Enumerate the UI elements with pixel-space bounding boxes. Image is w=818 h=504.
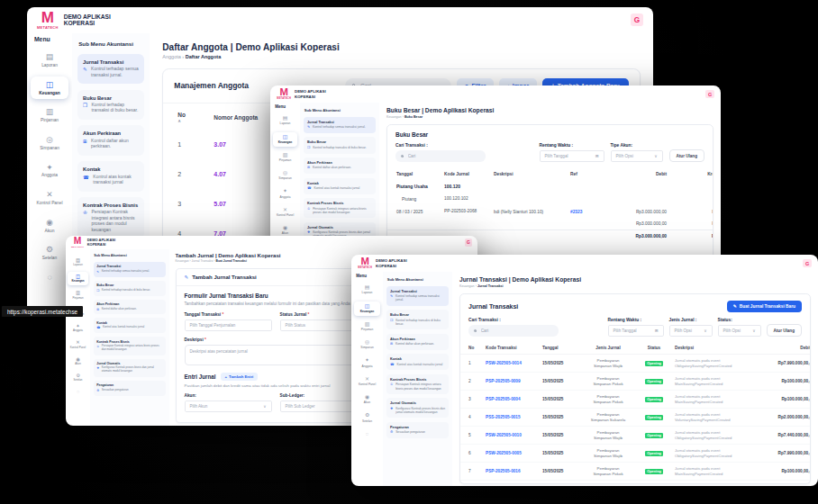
cell-code-link[interactable]: PSW-202505-0005 [486, 451, 540, 455]
sidebar-item[interactable]: ◫ Keuangan [354, 302, 381, 317]
submenu-card[interactable]: Buku Besar ❒Kontrol terhadap transaksi d… [94, 281, 167, 296]
search-box[interactable] [395, 150, 486, 162]
submenu-card[interactable]: Buku Besar ❒Kontrol terhadap transaksi d… [304, 137, 376, 153]
cell-code-link[interactable]: PSP-202505-0009 [486, 379, 540, 383]
add-entry-button[interactable]: +Tambah Entri [221, 373, 259, 381]
sidebar-item[interactable]: ◉ Akun [354, 392, 381, 408]
sidebar-item[interactable]: ✕ Kontrol Panel [354, 374, 381, 390]
sidebar-item[interactable]: ◫ Keuangan [273, 132, 298, 148]
submenu-card[interactable]: Jurnal Transaksi ✎Kontrol terhadap semua… [304, 117, 376, 133]
cell-kredit: Rp0 [669, 221, 713, 226]
user-avatar[interactable]: G [631, 14, 643, 26]
cell-code-link[interactable]: PSP-202505-0004 [486, 397, 540, 401]
account-select[interactable]: Pilih Akun∨ [185, 400, 272, 412]
cell-code-link[interactable]: PSP-202505-0016 [486, 469, 540, 473]
sidebar-item[interactable]: ✦ Anggota [68, 321, 87, 335]
sidebar-item[interactable]: ▤ Laporan [354, 283, 381, 298]
sidebar-item[interactable]: ◎ Simpanan [273, 168, 298, 184]
sidebar-item[interactable]: ⚙ Setelan [68, 371, 87, 384]
cell-date: 15/05/2025 [542, 379, 580, 383]
cell-ref-link[interactable]: #2323 [570, 210, 608, 214]
user-avatar[interactable]: G [465, 238, 472, 246]
sidebar-item[interactable]: ◫ Keuangan [68, 272, 87, 285]
submenu-card[interactable]: Pengaturan ⚙Sesuaikan pengaturan [386, 422, 449, 438]
submenu-card[interactable]: Kontrak Proses Bisnis ♔Persiapan Kontrak… [77, 197, 144, 238]
submenu-card-title: Jurnal Otomatis [307, 226, 372, 230]
breadcrumb-root[interactable]: Anggota [162, 54, 181, 59]
submenu-card[interactable]: Kontak ☎Kontrol atas kontak transaksi ju… [94, 318, 167, 333]
submenu-card[interactable]: Kontrak Proses Bisnis ♔Persiapan Kontrak… [94, 337, 167, 355]
sidebar-item[interactable]: ✕ Kontrol Panel [273, 205, 298, 220]
sidebar-item[interactable]: ✕ Kontrol Panel [31, 187, 68, 210]
submenu-card[interactable]: Jurnal Transaksi ✎Kontrol terhadap semua… [77, 54, 144, 84]
submenu-card[interactable]: Kontrak Proses Bisnis ♔Persiapan Kontrak… [304, 198, 376, 218]
breadcrumb-mid[interactable]: Jurnal Transaksi [192, 259, 214, 263]
sidebar-item[interactable]: ◉ Akun [68, 355, 87, 368]
sidebar-item[interactable]: ▤ Laporan [31, 50, 68, 72]
user-avatar[interactable]: G [803, 259, 811, 267]
submenu-card[interactable]: Buku Besar ❒Kontrol terhadap transaksi d… [77, 90, 144, 120]
menu-icon: ◌ [47, 274, 51, 282]
submenu-card[interactable]: Kontak ☎Kontrol atas kontak transaksi ju… [77, 161, 144, 191]
submenu-card[interactable]: Kontrak Proses Bisnis ♔Persiapan Kontrak… [386, 374, 449, 394]
submenu-card-title: Jurnal Transaksi [307, 121, 372, 124]
sidebar-item[interactable]: ✦ Anggota [273, 187, 298, 202]
sidebar-item[interactable]: ⚙ Setelan [354, 410, 381, 426]
sidebar-item[interactable]: ◉ Akun [31, 214, 68, 237]
sidebar-item[interactable]: ✦ Anggota [31, 159, 68, 182]
user-avatar[interactable]: G [705, 90, 713, 98]
submenu-card[interactable]: Jurnal Otomatis ❖Konfigurasi Kontrak pro… [386, 398, 449, 418]
submenu-card[interactable]: Kontak ☎Kontrol atas kontak transaksi ju… [304, 178, 376, 194]
reset-button[interactable]: Atur Ulang [767, 324, 802, 337]
submenu-card[interactable]: Pengaturan ⚙Sesuaikan pengaturan [94, 381, 167, 396]
cell-code-link[interactable]: PSW-202505-0014 [486, 361, 540, 365]
sidebar-item[interactable]: ▤ Laporan [273, 113, 298, 129]
submenu-card[interactable]: Akun Perkiraan ⊞Kontrol daftar akun perk… [386, 334, 449, 350]
reset-button[interactable]: Atur Ulang [669, 149, 704, 162]
date-range-picker[interactable]: Pilih Tanggal⊞ [608, 325, 664, 337]
search-input[interactable] [406, 153, 480, 159]
submenu-card[interactable]: Jurnal Transaksi ✎Kontrol terhadap semua… [386, 286, 449, 306]
cell-deskripsi: bdi (Nelly Sianturi 100.10) [494, 210, 568, 214]
sidebar-item[interactable]: ◎ Simpanan [31, 132, 68, 155]
sidebar-item[interactable]: ▥ Pinjaman [68, 289, 87, 302]
submenu-card[interactable]: Jurnal Transaksi ✎Kontrol terhadap semua… [94, 262, 167, 277]
date-range-picker[interactable]: Pilih Tanggal⊞ [540, 150, 604, 162]
breadcrumb-root[interactable]: Keuangan [176, 259, 189, 263]
sidebar-item[interactable]: ◌ [354, 429, 381, 441]
menu-item-label: Laporan [280, 122, 291, 126]
account-type-select[interactable]: Pilih Opsi∨ [611, 150, 663, 162]
cell-code-link[interactable]: PSS-202505-0015 [486, 415, 540, 419]
status-select[interactable]: Pilih Opsi∨ [718, 325, 761, 337]
sidebar-item[interactable]: ⚙ Setelan [31, 242, 68, 265]
col-no[interactable]: No [468, 346, 483, 350]
col-no[interactable]: No∧ [177, 112, 214, 123]
sidebar-item[interactable]: ▥ Pinjaman [273, 150, 298, 166]
submenu-card[interactable]: Jurnal Otomatis ❖Konfigurasi Kontrak pro… [94, 359, 167, 377]
breadcrumb-root[interactable]: Keuangan [459, 284, 475, 288]
submenu-card[interactable]: Kontak ☎Kontrol atas kontak transaksi ju… [386, 354, 449, 370]
sidebar-item[interactable]: ◌ [68, 388, 87, 399]
search-box[interactable] [468, 325, 559, 337]
search-input[interactable] [479, 328, 553, 334]
journal-kind-select[interactable]: Pilih Opsi∨ [669, 325, 713, 337]
sidebar-item[interactable]: ◫ Keuangan [31, 76, 68, 99]
sidebar-item[interactable]: ▥ Pinjaman [31, 104, 68, 127]
cell-code-link[interactable]: PSW-202505-0010 [486, 433, 540, 437]
sidebar-item[interactable]: ✦ Anggota [354, 356, 381, 372]
create-journal-button[interactable]: ✎Buat Jurnal Transaksi Baru [727, 301, 802, 312]
submenu-card-desc: Kontrol terhadap transaksi di buku besar… [313, 146, 366, 149]
submenu-card[interactable]: Akun Perkiraan ⊞Kontrol daftar akun perk… [94, 300, 167, 315]
sidebar-item[interactable]: ✕ Kontrol Panel [68, 338, 87, 352]
submenu-card[interactable]: Akun Perkiraan ⊞Kontrol daftar akun perk… [304, 158, 376, 174]
cell-date: 15/05/2025 [542, 451, 580, 455]
sidebar-item[interactable]: ◌ [31, 270, 68, 288]
sidebar-item[interactable]: ◎ Simpanan [354, 338, 381, 353]
submenu-card[interactable]: Akun Perkiraan ⊞Kontrol daftar akun perk… [77, 125, 144, 155]
sidebar-item[interactable]: ▤ Laporan [68, 256, 87, 269]
submenu-card[interactable]: Buku Besar ❒Kontrol terhadap transaksi d… [386, 310, 449, 329]
menu-item-label: Keuangan [72, 280, 85, 283]
breadcrumb-root[interactable]: Keuangan [386, 115, 402, 119]
date-input[interactable]: Pilih Tanggal Penjurnalan [185, 320, 272, 331]
sidebar-item[interactable]: ▥ Pinjaman [354, 320, 381, 335]
